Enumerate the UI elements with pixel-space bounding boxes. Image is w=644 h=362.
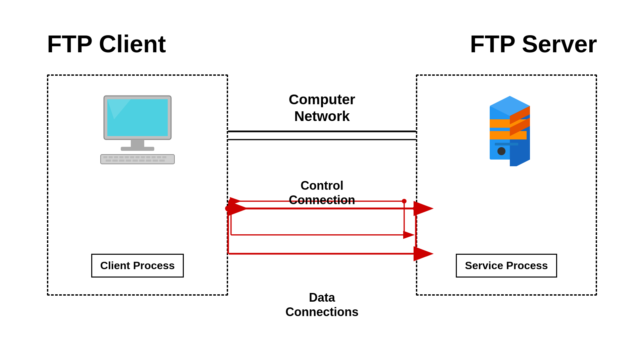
svg-rect-6 [103, 156, 107, 158]
svg-rect-3 [131, 139, 144, 148]
svg-rect-22 [132, 160, 138, 162]
svg-rect-26 [159, 160, 165, 162]
client-process-box: Client Process [91, 254, 184, 278]
svg-rect-7 [109, 156, 113, 158]
main-area: Client Process Computer Network Control … [20, 64, 624, 306]
svg-rect-20 [119, 160, 124, 162]
svg-rect-19 [112, 160, 118, 162]
data-connections-label: Data Connections [285, 290, 359, 319]
server-box: Service Process [416, 74, 597, 296]
svg-rect-11 [130, 156, 134, 158]
svg-rect-8 [114, 156, 118, 158]
service-process-box: Service Process [456, 254, 557, 278]
ftp-server-title: FTP Server [470, 30, 597, 58]
svg-rect-10 [125, 156, 129, 158]
svg-rect-18 [106, 160, 111, 162]
control-connection-label: Control Connection [289, 178, 355, 207]
svg-rect-4 [121, 147, 154, 151]
svg-rect-14 [146, 156, 150, 158]
ftp-client-title: FTP Client [47, 30, 166, 58]
computer-icon [97, 93, 178, 166]
svg-rect-21 [126, 160, 131, 162]
svg-rect-41 [490, 131, 527, 139]
svg-rect-43 [495, 143, 518, 145]
svg-point-34 [229, 199, 233, 203]
svg-rect-17 [162, 156, 166, 158]
svg-rect-15 [152, 156, 156, 158]
svg-rect-9 [119, 156, 123, 158]
network-label: Computer Network [289, 91, 355, 125]
center-area: Computer Network Control Connection Data… [228, 74, 416, 296]
svg-point-33 [402, 199, 407, 203]
svg-rect-25 [153, 160, 158, 162]
svg-point-42 [497, 147, 505, 155]
svg-rect-24 [146, 160, 151, 162]
svg-rect-13 [141, 156, 145, 158]
svg-rect-23 [139, 160, 145, 162]
titles-row: FTP Client FTP Server [20, 30, 624, 58]
svg-rect-12 [136, 156, 140, 158]
svg-rect-16 [157, 156, 161, 158]
diagram-container: FTP Client FTP Server [20, 30, 624, 332]
server-icon [473, 93, 540, 166]
svg-rect-5 [101, 155, 174, 164]
client-box: Client Process [47, 74, 228, 296]
